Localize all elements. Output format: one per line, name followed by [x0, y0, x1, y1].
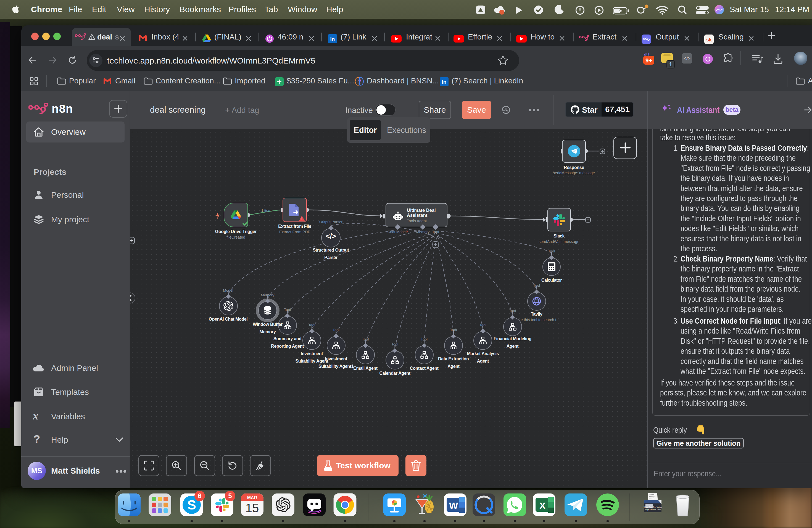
svg-text:MAR: MAR	[247, 495, 257, 500]
svg-text:S: S	[187, 498, 196, 512]
svg-text:What Can The Virtual: What Can The Virtual	[644, 506, 662, 508]
svg-text:in: in	[442, 79, 447, 85]
svg-text:X: X	[539, 500, 546, 511]
svg-text:9+: 9+	[646, 57, 652, 63]
svg-text:15: 15	[246, 501, 259, 515]
svg-text:W: W	[449, 500, 458, 511]
svg-text:sk: sk	[706, 37, 712, 43]
svg-text:Edge Do For You?: Edge Do For You?	[645, 509, 661, 511]
svg-text:in: in	[330, 36, 335, 42]
